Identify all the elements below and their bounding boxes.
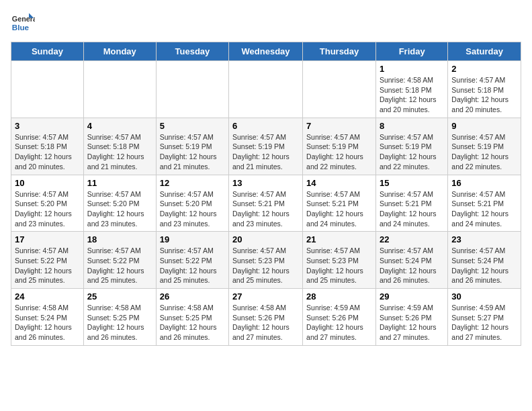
calendar-cell: 30Sunrise: 4:59 AM Sunset: 5:27 PM Dayli… [448, 289, 521, 346]
day-number: 21 [306, 234, 372, 244]
calendar-cell: 14Sunrise: 4:57 AM Sunset: 5:21 PM Dayli… [303, 175, 376, 232]
day-number: 4 [87, 121, 152, 131]
calendar-cell: 11Sunrise: 4:57 AM Sunset: 5:20 PM Dayli… [83, 175, 156, 232]
calendar-week-4: 17Sunrise: 4:57 AM Sunset: 5:22 PM Dayli… [11, 232, 521, 289]
calendar-cell: 12Sunrise: 4:57 AM Sunset: 5:20 PM Dayli… [156, 175, 228, 232]
calendar-cell: 13Sunrise: 4:57 AM Sunset: 5:21 PM Dayli… [229, 175, 303, 232]
day-info: Sunrise: 4:57 AM Sunset: 5:18 PM Dayligh… [87, 132, 152, 172]
calendar-cell: 27Sunrise: 4:58 AM Sunset: 5:26 PM Dayli… [229, 289, 303, 346]
day-info: Sunrise: 4:57 AM Sunset: 5:21 PM Dayligh… [451, 189, 517, 229]
day-header-friday: Friday [375, 42, 447, 61]
day-info: Sunrise: 4:58 AM Sunset: 5:24 PM Dayligh… [15, 303, 80, 342]
day-number: 8 [380, 121, 444, 131]
calendar-cell: 5Sunrise: 4:57 AM Sunset: 5:19 PM Daylig… [156, 118, 228, 175]
calendar-cell: 22Sunrise: 4:57 AM Sunset: 5:24 PM Dayli… [375, 232, 447, 289]
calendar-cell: 29Sunrise: 4:59 AM Sunset: 5:26 PM Dayli… [375, 289, 447, 346]
day-info: Sunrise: 4:57 AM Sunset: 5:24 PM Dayligh… [380, 246, 444, 285]
day-info: Sunrise: 4:57 AM Sunset: 5:23 PM Dayligh… [306, 246, 372, 285]
day-info: Sunrise: 4:57 AM Sunset: 5:20 PM Dayligh… [160, 189, 225, 229]
day-header-sunday: Sunday [11, 42, 84, 61]
day-number: 18 [87, 234, 152, 244]
calendar-cell: 9Sunrise: 4:57 AM Sunset: 5:19 PM Daylig… [448, 118, 521, 175]
day-number: 20 [232, 234, 299, 244]
day-number: 7 [306, 121, 372, 131]
calendar-cell: 16Sunrise: 4:57 AM Sunset: 5:21 PM Dayli… [448, 175, 521, 232]
calendar-cell: 21Sunrise: 4:57 AM Sunset: 5:23 PM Dayli… [303, 232, 376, 289]
day-header-saturday: Saturday [448, 42, 521, 61]
calendar-cell: 8Sunrise: 4:57 AM Sunset: 5:19 PM Daylig… [375, 118, 447, 175]
day-number: 28 [306, 291, 372, 302]
day-number: 11 [87, 178, 152, 188]
day-info: Sunrise: 4:57 AM Sunset: 5:19 PM Dayligh… [380, 132, 444, 172]
calendar-cell: 7Sunrise: 4:57 AM Sunset: 5:19 PM Daylig… [303, 118, 376, 175]
calendar-cell: 25Sunrise: 4:58 AM Sunset: 5:25 PM Dayli… [83, 289, 156, 346]
day-number: 13 [232, 178, 299, 188]
calendar-week-1: 1Sunrise: 4:58 AM Sunset: 5:18 PM Daylig… [11, 61, 521, 118]
logo-icon: GeneralBlue [11, 11, 35, 35]
calendar-cell: 3Sunrise: 4:57 AM Sunset: 5:18 PM Daylig… [11, 118, 84, 175]
day-info: Sunrise: 4:57 AM Sunset: 5:18 PM Dayligh… [451, 75, 517, 115]
day-number: 6 [232, 121, 299, 131]
day-number: 12 [160, 178, 225, 188]
calendar-cell: 17Sunrise: 4:57 AM Sunset: 5:22 PM Dayli… [11, 232, 84, 289]
calendar-cell [83, 61, 156, 118]
calendar-cell: 23Sunrise: 4:57 AM Sunset: 5:24 PM Dayli… [448, 232, 521, 289]
calendar-cell [303, 61, 376, 118]
day-header-wednesday: Wednesday [229, 42, 303, 61]
calendar-cell: 6Sunrise: 4:57 AM Sunset: 5:19 PM Daylig… [229, 118, 303, 175]
day-number: 10 [15, 178, 80, 188]
day-number: 29 [380, 291, 444, 302]
day-number: 19 [160, 234, 225, 244]
day-number: 23 [451, 234, 517, 244]
day-info: Sunrise: 4:57 AM Sunset: 5:22 PM Dayligh… [87, 246, 152, 285]
calendar-week-5: 24Sunrise: 4:58 AM Sunset: 5:24 PM Dayli… [11, 289, 521, 346]
calendar-cell [229, 61, 303, 118]
calendar-cell: 24Sunrise: 4:58 AM Sunset: 5:24 PM Dayli… [11, 289, 84, 346]
day-info: Sunrise: 4:57 AM Sunset: 5:19 PM Dayligh… [451, 132, 517, 172]
day-info: Sunrise: 4:59 AM Sunset: 5:27 PM Dayligh… [451, 303, 517, 342]
calendar-cell: 1Sunrise: 4:58 AM Sunset: 5:18 PM Daylig… [375, 61, 447, 118]
header: GeneralBlue [11, 11, 521, 35]
calendar-cell [11, 61, 84, 118]
day-info: Sunrise: 4:57 AM Sunset: 5:18 PM Dayligh… [15, 132, 80, 172]
calendar-table: SundayMondayTuesdayWednesdayThursdayFrid… [11, 42, 521, 346]
day-number: 15 [380, 178, 444, 188]
day-info: Sunrise: 4:57 AM Sunset: 5:19 PM Dayligh… [232, 132, 299, 172]
day-header-thursday: Thursday [303, 42, 376, 61]
day-number: 25 [87, 291, 152, 302]
day-info: Sunrise: 4:57 AM Sunset: 5:20 PM Dayligh… [15, 189, 80, 229]
day-info: Sunrise: 4:58 AM Sunset: 5:18 PM Dayligh… [380, 75, 444, 115]
day-info: Sunrise: 4:58 AM Sunset: 5:25 PM Dayligh… [87, 303, 152, 342]
logo: GeneralBlue [11, 11, 35, 35]
calendar-cell: 19Sunrise: 4:57 AM Sunset: 5:22 PM Dayli… [156, 232, 228, 289]
calendar-cell: 20Sunrise: 4:57 AM Sunset: 5:23 PM Dayli… [229, 232, 303, 289]
day-number: 24 [15, 291, 80, 302]
day-number: 17 [15, 234, 80, 244]
day-header-monday: Monday [83, 42, 156, 61]
calendar-header-row: SundayMondayTuesdayWednesdayThursdayFrid… [11, 42, 521, 61]
calendar-week-2: 3Sunrise: 4:57 AM Sunset: 5:18 PM Daylig… [11, 118, 521, 175]
calendar-cell: 2Sunrise: 4:57 AM Sunset: 5:18 PM Daylig… [448, 61, 521, 118]
day-info: Sunrise: 4:58 AM Sunset: 5:26 PM Dayligh… [232, 303, 299, 342]
day-info: Sunrise: 4:58 AM Sunset: 5:25 PM Dayligh… [160, 303, 225, 342]
day-number: 1 [380, 64, 444, 74]
day-number: 27 [232, 291, 299, 302]
day-number: 22 [380, 234, 444, 244]
day-number: 16 [451, 178, 517, 188]
calendar-cell: 10Sunrise: 4:57 AM Sunset: 5:20 PM Dayli… [11, 175, 84, 232]
calendar-cell: 18Sunrise: 4:57 AM Sunset: 5:22 PM Dayli… [83, 232, 156, 289]
day-info: Sunrise: 4:57 AM Sunset: 5:19 PM Dayligh… [160, 132, 225, 172]
day-info: Sunrise: 4:57 AM Sunset: 5:19 PM Dayligh… [306, 132, 372, 172]
day-number: 5 [160, 121, 225, 131]
day-number: 26 [160, 291, 225, 302]
day-info: Sunrise: 4:57 AM Sunset: 5:21 PM Dayligh… [306, 189, 372, 229]
day-number: 3 [15, 121, 80, 131]
calendar-cell [156, 61, 228, 118]
calendar-cell: 28Sunrise: 4:59 AM Sunset: 5:26 PM Dayli… [303, 289, 376, 346]
day-info: Sunrise: 4:57 AM Sunset: 5:22 PM Dayligh… [160, 246, 225, 285]
calendar-cell: 26Sunrise: 4:58 AM Sunset: 5:25 PM Dayli… [156, 289, 228, 346]
day-header-tuesday: Tuesday [156, 42, 228, 61]
day-number: 9 [451, 121, 517, 131]
day-info: Sunrise: 4:57 AM Sunset: 5:21 PM Dayligh… [380, 189, 444, 229]
calendar-cell: 15Sunrise: 4:57 AM Sunset: 5:21 PM Dayli… [375, 175, 447, 232]
